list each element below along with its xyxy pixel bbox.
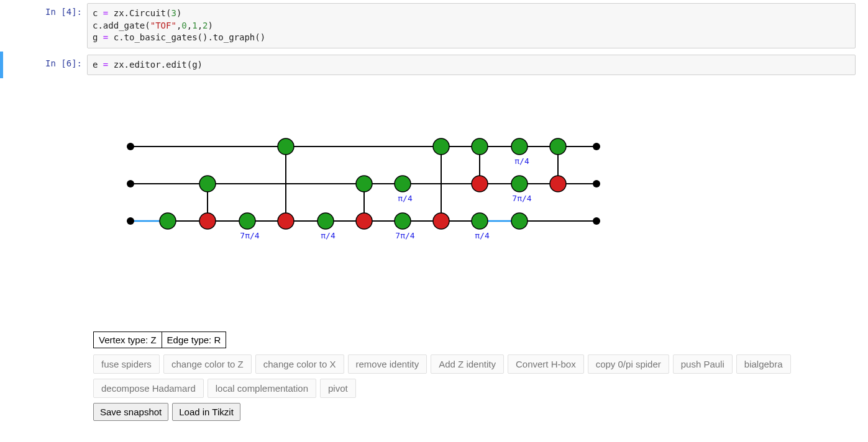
boundary-node[interactable]: [593, 217, 600, 225]
phase-label: π/4: [475, 231, 490, 240]
x-spider[interactable]: [550, 176, 566, 192]
rewrite-btn-fuse-spiders[interactable]: fuse spiders: [93, 354, 160, 374]
z-spider[interactable]: [199, 176, 216, 192]
x-spider[interactable]: [433, 213, 449, 229]
rewrite-btn-add-z-identity[interactable]: Add Z identity: [431, 354, 504, 374]
action-btn-load-in-tikzit[interactable]: Load in Tikzit: [172, 403, 240, 421]
input-prompt: In [4]:: [0, 3, 87, 48]
type-selector-row: Vertex type: Z Edge type: R: [93, 332, 868, 348]
z-spider[interactable]: [356, 176, 372, 192]
z-spider[interactable]: [395, 176, 411, 192]
z-spider[interactable]: [511, 213, 528, 229]
rewrite-btn-remove-identity[interactable]: remove identity: [348, 354, 427, 374]
z-spider[interactable]: [239, 213, 255, 229]
x-spider[interactable]: [278, 213, 294, 229]
z-spider[interactable]: [278, 138, 294, 155]
rewrite-btn-decompose-hadamard[interactable]: decompose Hadamard: [93, 379, 204, 398]
rewrite-buttons-row-1: fuse spiderschange color to Zchange colo…: [93, 354, 868, 374]
code-input[interactable]: c = zx.Circuit(3) c.add_gate("TOF",0,1,2…: [87, 3, 856, 48]
zx-graph-svg[interactable]: 7π/4π/4π/47π/4π/4π/47π/4: [93, 91, 715, 327]
rewrite-buttons-row-2: decompose Hadamardlocal complementationp…: [93, 379, 868, 398]
boundary-node[interactable]: [593, 143, 600, 150]
z-spider[interactable]: [395, 213, 411, 229]
phase-label: π/4: [321, 231, 336, 240]
rewrite-btn-copy-0-pi-spider[interactable]: copy 0/pi spider: [588, 354, 669, 374]
phase-label: 7π/4: [240, 231, 259, 240]
editor-output: 7π/4π/4π/47π/4π/4π/47π/4: [93, 91, 868, 327]
rewrite-btn-bialgebra[interactable]: bialgebra: [736, 354, 791, 374]
x-spider[interactable]: [472, 176, 488, 192]
rewrite-btn-pivot[interactable]: pivot: [320, 379, 356, 398]
z-spider[interactable]: [472, 213, 488, 229]
phase-label: 7π/4: [395, 231, 414, 240]
rewrite-btn-local-complementation[interactable]: local complementation: [208, 379, 316, 398]
rewrite-btn-change-color-to-z[interactable]: change color to Z: [163, 354, 252, 374]
rewrite-btn-change-color-to-x[interactable]: change color to X: [255, 354, 344, 374]
code-cell-4: In [4]: c = zx.Circuit(3) c.add_gate("TO…: [0, 0, 868, 52]
z-spider[interactable]: [550, 138, 566, 155]
z-spider[interactable]: [160, 213, 176, 229]
z-spider[interactable]: [511, 176, 528, 192]
z-spider[interactable]: [433, 138, 449, 155]
phase-label: π/4: [398, 194, 413, 203]
z-spider[interactable]: [511, 138, 528, 155]
boundary-node[interactable]: [127, 217, 134, 225]
boundary-node[interactable]: [593, 180, 600, 187]
vertex-type-toggle[interactable]: Vertex type: Z: [93, 332, 162, 348]
rewrite-btn-push-pauli[interactable]: push Pauli: [673, 354, 733, 374]
action-btn-save-snapshot[interactable]: Save snapshot: [93, 403, 168, 421]
x-spider[interactable]: [356, 213, 372, 229]
action-buttons-row: Save snapshotLoad in Tikzit: [93, 403, 868, 421]
z-spider[interactable]: [472, 138, 488, 155]
boundary-node[interactable]: [127, 143, 134, 150]
phase-label: 7π/4: [512, 194, 531, 203]
phase-label: π/4: [514, 156, 529, 166]
edge-type-toggle[interactable]: Edge type: R: [162, 332, 227, 348]
zx-graph-canvas[interactable]: 7π/4π/4π/47π/4π/4π/47π/4: [93, 91, 715, 327]
rewrite-btn-convert-h-box[interactable]: Convert H-box: [508, 354, 584, 374]
editor-toolbar: Vertex type: Z Edge type: R fuse spiders…: [93, 332, 868, 421]
boundary-node[interactable]: [127, 180, 134, 187]
code-cell-6: In [6]: e = zx.editor.edit(g): [0, 52, 868, 79]
code-input[interactable]: e = zx.editor.edit(g): [87, 55, 856, 76]
x-spider[interactable]: [199, 213, 216, 229]
z-spider[interactable]: [318, 213, 334, 229]
input-prompt: In [6]:: [0, 55, 87, 76]
